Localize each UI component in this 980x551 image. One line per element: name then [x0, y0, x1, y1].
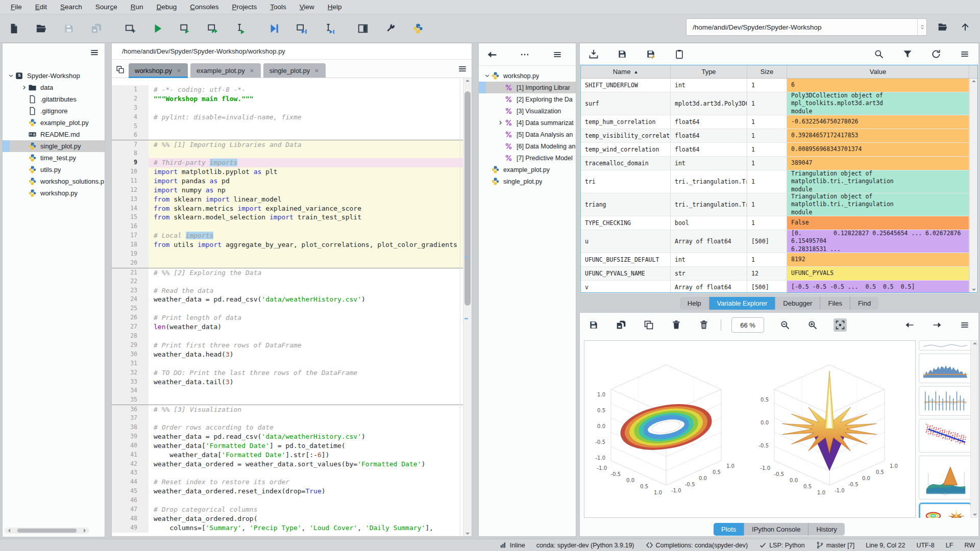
remove-plot-icon[interactable]	[670, 318, 683, 332]
project-item-gitattributes[interactable]: .gitattributes	[3, 93, 105, 105]
browse-tabs-icon[interactable]	[116, 65, 125, 74]
project-item-spyder-workshop[interactable]: Spyder-Workshop	[3, 70, 105, 82]
outline-item-6-data-modeling-an[interactable]: [6] Data Modeling an	[479, 140, 576, 152]
variable-row-ufunc-pyvals-name[interactable]: UFUNC_PYVALS_NAMEstr12UFUNC_PYVALS	[581, 267, 977, 281]
variable-row-ufunc-bufsize-default[interactable]: UFUNC_BUFSIZE_DEFAULTint18192	[581, 253, 977, 267]
open-folder-icon[interactable]	[936, 20, 949, 34]
menu-item-edit[interactable]: Edit	[29, 1, 54, 13]
editor-vertical-scrollbar[interactable]	[463, 78, 472, 536]
open-file-icon[interactable]	[35, 22, 48, 35]
run-cell-advance-icon[interactable]	[206, 22, 219, 35]
debug-icon[interactable]	[267, 22, 281, 35]
plot-thumbnail-noisy[interactable]	[919, 354, 972, 383]
parent-directory-icon[interactable]	[959, 20, 972, 34]
debug-cell-icon[interactable]	[295, 22, 308, 35]
project-item-workshop-solutions-p[interactable]: workshop_solutions.p	[3, 176, 105, 187]
pane-tab-variable-explorer[interactable]: Variable Explorer	[709, 297, 776, 310]
previous-plot-icon[interactable]	[903, 318, 916, 332]
more-icon[interactable]	[520, 49, 530, 60]
new-file-icon[interactable]	[7, 22, 20, 35]
outline-item-4-data-summarizat[interactable]: [4] Data summarizat	[479, 117, 576, 129]
run-icon[interactable]	[151, 22, 164, 35]
menu-item-search[interactable]: Search	[54, 1, 89, 13]
save-all-icon[interactable]	[90, 22, 103, 35]
variable-row-temp-wind-correlation[interactable]: temp_wind_correlationfloat6410.008956968…	[581, 143, 977, 157]
plot-thumbnail-terrain[interactable]	[919, 456, 972, 499]
outline-item-2-exploring-the-da[interactable]: [2] Exploring the Da	[479, 93, 576, 105]
tab-single-plot-py[interactable]: single_plot.py	[263, 63, 326, 78]
save-data-icon[interactable]	[616, 47, 629, 61]
pane-tab-files[interactable]: Files	[820, 297, 850, 310]
column-header-value[interactable]: Value	[787, 65, 969, 78]
close-icon[interactable]	[176, 68, 182, 73]
chevron-down-icon[interactable]	[483, 72, 491, 80]
variable-row-type-checking[interactable]: TYPE_CHECKINGbool1False	[581, 216, 977, 230]
menu-item-projects[interactable]: Projects	[226, 1, 264, 13]
options-menu-icon[interactable]	[958, 47, 971, 61]
plot-thumbnail-partial[interactable]	[919, 340, 972, 350]
console-tab-history[interactable]: History	[808, 523, 844, 536]
save-all-plots-icon[interactable]	[615, 318, 628, 332]
console-tab-plots[interactable]: Plots	[714, 523, 744, 536]
options-menu-icon[interactable]	[958, 318, 971, 332]
variable-row-temp-visibility-correlation[interactable]: temp_visibility_correlationfloat6410.392…	[581, 129, 977, 143]
scroll-up-icon[interactable]	[972, 80, 976, 82]
menu-item-consoles[interactable]: Consoles	[183, 1, 225, 13]
refresh-icon[interactable]	[929, 47, 943, 61]
python-path-icon[interactable]	[411, 22, 425, 35]
menu-item-tools[interactable]: Tools	[263, 1, 293, 13]
outline-item-1-importing-librar[interactable]: [1] Importing Librar	[479, 82, 576, 93]
zoom-out-icon[interactable]	[778, 318, 792, 332]
outline-item-single-plot-py[interactable]: single_plot.py	[479, 176, 576, 187]
plot-zoom-level[interactable]: 66 %	[731, 317, 764, 333]
combo-dropdown-icon[interactable]	[917, 19, 926, 35]
editor-options-menu-icon[interactable]	[457, 64, 468, 74]
scroll-up-icon[interactable]	[973, 342, 977, 344]
copy-plot-icon[interactable]	[642, 318, 655, 332]
close-icon[interactable]	[314, 68, 320, 73]
save-plot-icon[interactable]	[587, 318, 600, 332]
outline-item-3-visualization[interactable]: [3] Visualization	[479, 105, 576, 117]
code-editor[interactable]: 1# -*- coding: utf-8 -*-2"""Workshop mai…	[112, 78, 463, 536]
variable-row-surf[interactable]: surfmplot3d.art3d.Poly3DCo…1Poly3DCollec…	[581, 92, 977, 115]
scroll-up-icon[interactable]	[465, 80, 470, 82]
column-header-name[interactable]: Name▲	[581, 65, 671, 78]
project-options-menu-icon[interactable]	[89, 47, 100, 58]
chevron-right-icon[interactable]	[496, 119, 504, 127]
plot-thumbnail-spikes[interactable]	[919, 386, 972, 416]
project-item-readme-md[interactable]: README.md	[3, 129, 105, 140]
menu-item-run[interactable]: Run	[124, 1, 150, 13]
console-tab-ipython-console[interactable]: IPython Console	[744, 523, 808, 536]
scroll-left-icon[interactable]	[6, 529, 10, 533]
chevron-down-icon[interactable]	[7, 72, 15, 80]
preferences-icon[interactable]	[384, 22, 397, 35]
plot-thumbnail-scatter[interactable]	[919, 419, 972, 453]
save-data-as-icon[interactable]	[644, 47, 657, 61]
fit-plot-icon[interactable]	[834, 318, 847, 332]
menu-item-file[interactable]: File	[4, 1, 29, 13]
variable-row-tracemalloc-domain[interactable]: tracemalloc_domainint1389047	[581, 157, 977, 170]
working-directory-combo[interactable]: /home/andi/Dev/Spyder/Spyder-Workshop	[686, 18, 927, 36]
thumbnails-scrollbar[interactable]	[970, 340, 977, 518]
debug-selection-icon[interactable]	[323, 22, 336, 35]
variable-row-u[interactable]: uArray of float64[500][0. 0.12822827 0.2…	[581, 230, 977, 253]
column-header-type[interactable]: Type	[671, 65, 747, 78]
outline-item-workshop-py[interactable]: workshop.py	[479, 70, 576, 82]
variable-row-tri[interactable]: tritri._triangulation.Tri…1Triangulation…	[581, 170, 977, 193]
pane-tab-debugger[interactable]: Debugger	[775, 297, 820, 310]
outline-options-menu-icon[interactable]	[552, 49, 562, 60]
variable-row-shift-underflow[interactable]: SHIFT_UNDERFLOWint16	[581, 79, 977, 92]
menu-item-source[interactable]: Source	[89, 1, 124, 13]
search-icon[interactable]	[872, 47, 886, 61]
scroll-down-icon[interactable]	[973, 514, 977, 516]
create-cell-icon[interactable]	[124, 22, 137, 35]
save-icon[interactable]	[62, 22, 76, 35]
project-item-single-plot-py[interactable]: single_plot.py	[3, 140, 105, 152]
outline-item-5-data-analysis-an[interactable]: [5] Data Analysis an	[479, 129, 576, 140]
run-cell-icon[interactable]	[179, 22, 192, 35]
project-item-example-plot-py[interactable]: example_plot.py	[3, 117, 105, 129]
filter-icon[interactable]	[901, 47, 914, 61]
menu-item-help[interactable]: Help	[321, 1, 349, 13]
remove-all-plots-icon[interactable]	[697, 318, 710, 332]
tab-workshop-py[interactable]: workshop.py	[129, 63, 188, 78]
